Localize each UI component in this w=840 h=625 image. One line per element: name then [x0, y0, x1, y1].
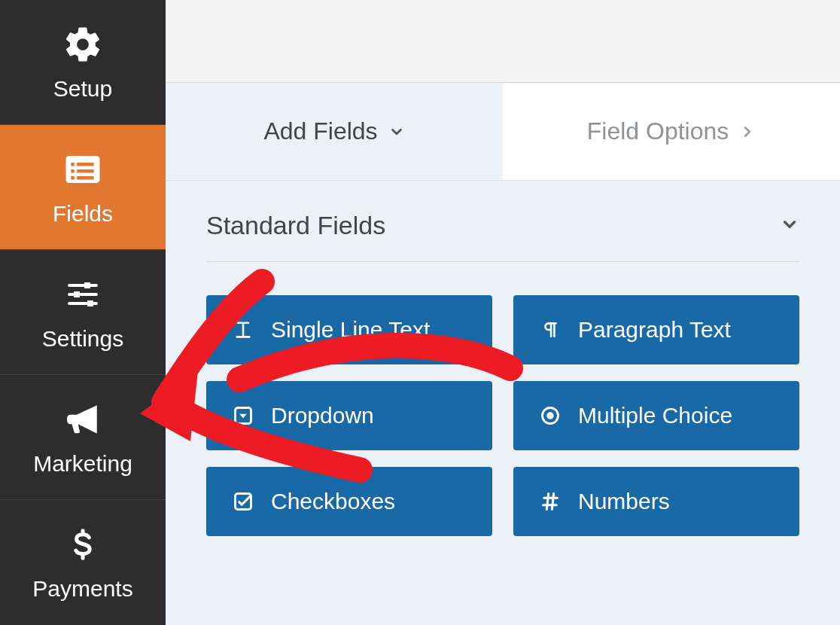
- sidebar-item-label: Settings: [42, 326, 123, 352]
- svg-rect-10: [84, 282, 90, 288]
- field-label: Numbers: [578, 489, 670, 514]
- pilcrow-icon: [539, 319, 562, 340]
- sidebar-item-label: Setup: [53, 76, 112, 102]
- field-dropdown[interactable]: Dropdown: [206, 381, 492, 450]
- megaphone-icon: [56, 398, 110, 441]
- field-single-line-text[interactable]: Single Line Text: [206, 295, 492, 364]
- svg-rect-12: [87, 300, 93, 306]
- field-numbers[interactable]: Numbers: [513, 467, 799, 536]
- sidebar-item-label: Marketing: [33, 451, 132, 477]
- gear-icon: [56, 23, 110, 66]
- tabs: Add Fields Field Options: [166, 83, 840, 181]
- list-icon: [56, 148, 110, 191]
- topbar: [166, 0, 840, 83]
- chevron-down-icon: [388, 123, 405, 140]
- radio-icon: [539, 405, 562, 426]
- field-label: Paragraph Text: [578, 317, 731, 343]
- svg-rect-11: [74, 291, 80, 297]
- sliders-icon: [56, 273, 110, 316]
- field-multiple-choice[interactable]: Multiple Choice: [513, 381, 799, 450]
- sidebar-item-setup[interactable]: Setup: [0, 0, 166, 125]
- field-label: Single Line Text: [271, 317, 430, 343]
- caret-square-down-icon: [232, 405, 254, 426]
- dollar-icon: [56, 523, 110, 566]
- main: Add Fields Field Options Standard Fields: [166, 0, 840, 625]
- tab-field-options[interactable]: Field Options: [503, 83, 840, 180]
- sidebar-item-label: Payments: [32, 576, 132, 602]
- svg-rect-4: [77, 169, 94, 173]
- chevron-down-icon: [780, 211, 799, 240]
- sidebar: Setup Fields Settings Marketing Payments: [0, 0, 166, 625]
- svg-rect-17: [236, 494, 251, 510]
- field-label: Checkboxes: [271, 489, 395, 514]
- fields-panel: Standard Fields Single Line Text Paragra…: [166, 181, 840, 625]
- svg-rect-3: [71, 169, 75, 173]
- field-checkboxes[interactable]: Checkboxes: [206, 467, 492, 536]
- field-label: Multiple Choice: [578, 403, 732, 428]
- svg-rect-2: [77, 163, 94, 166]
- sidebar-item-fields[interactable]: Fields: [0, 125, 166, 250]
- svg-rect-6: [77, 176, 94, 180]
- chevron-right-icon: [739, 123, 756, 140]
- text-cursor-icon: [232, 319, 254, 340]
- sidebar-item-label: Fields: [53, 201, 113, 227]
- tab-label: Add Fields: [263, 117, 377, 145]
- fields-grid: Single Line Text Paragraph Text Dropdown…: [206, 295, 799, 536]
- svg-point-16: [546, 412, 553, 419]
- sidebar-item-marketing[interactable]: Marketing: [0, 375, 166, 500]
- sidebar-item-payments[interactable]: Payments: [0, 500, 166, 625]
- tab-label: Field Options: [587, 117, 729, 145]
- field-paragraph-text[interactable]: Paragraph Text: [513, 295, 799, 364]
- svg-rect-1: [71, 163, 75, 166]
- tab-add-fields[interactable]: Add Fields: [166, 83, 503, 180]
- field-label: Dropdown: [271, 403, 374, 428]
- svg-rect-5: [71, 176, 75, 180]
- check-square-icon: [232, 491, 254, 512]
- hashtag-icon: [539, 491, 562, 512]
- section-title: Standard Fields: [206, 211, 385, 240]
- section-standard-fields[interactable]: Standard Fields: [206, 211, 799, 262]
- sidebar-item-settings[interactable]: Settings: [0, 250, 166, 375]
